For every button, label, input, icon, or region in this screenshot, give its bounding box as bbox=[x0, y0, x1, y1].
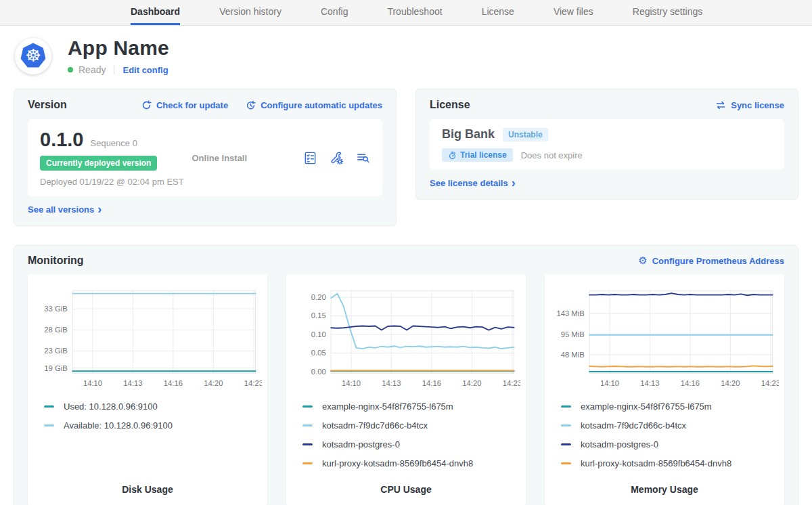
license-box: Big Bank Unstable Trial license Does not… bbox=[430, 119, 784, 170]
divider bbox=[114, 65, 114, 74]
chevron-right-icon: › bbox=[97, 204, 102, 214]
sync-license-link[interactable]: Sync license bbox=[715, 100, 784, 110]
memory-usage-legend: example-nginx-54f8f76755-l675mkotsadm-7f… bbox=[550, 397, 779, 468]
monitoring-title: Monitoring bbox=[28, 255, 84, 267]
app-logo: ☸ bbox=[15, 38, 51, 74]
expiry-text: Does not expire bbox=[521, 150, 583, 160]
chevron-right-icon: › bbox=[512, 178, 516, 188]
tab-license[interactable]: License bbox=[482, 0, 514, 25]
svg-text:14:10: 14:10 bbox=[342, 379, 361, 387]
version-card-title: Version bbox=[28, 99, 67, 111]
legend-dash-icon bbox=[44, 424, 54, 426]
cpu-usage-legend: example-nginx-54f8f76755-l675mkotsadm-7f… bbox=[292, 397, 520, 468]
legend-label: kurl-proxy-kotsadm-8569fb6454-dnvh8 bbox=[322, 458, 473, 468]
svg-text:0.05: 0.05 bbox=[311, 349, 326, 357]
tab-view-files[interactable]: View files bbox=[554, 0, 593, 25]
memory-usage-title: Memory Usage bbox=[550, 484, 779, 496]
svg-text:14:23: 14:23 bbox=[503, 379, 520, 387]
legend-item: kotsadm-7f9dc7d66c-b4tcx bbox=[561, 420, 768, 431]
cards-row: Version Check for update Configure autom… bbox=[0, 89, 812, 226]
charts-grid: 19 GiB23 GiB28 GiB33 GiB14:1014:1314:161… bbox=[28, 274, 784, 505]
svg-text:14:13: 14:13 bbox=[382, 379, 401, 387]
legend-label: kotsadm-postgres-0 bbox=[322, 439, 400, 449]
status-label: Ready bbox=[78, 64, 106, 75]
disk-usage-card: 19 GiB23 GiB28 GiB33 GiB14:1014:1314:161… bbox=[28, 274, 267, 505]
svg-text:14:16: 14:16 bbox=[164, 379, 183, 387]
legend-label: Used: 10.128.0.96:9100 bbox=[64, 401, 158, 412]
legend-item: Available: 10.128.0.96:9100 bbox=[44, 420, 251, 431]
svg-text:0.15: 0.15 bbox=[311, 311, 326, 320]
legend-item: Used: 10.128.0.96:9100 bbox=[44, 401, 251, 412]
svg-text:14:20: 14:20 bbox=[721, 379, 740, 387]
see-all-versions-link[interactable]: See all versions › bbox=[28, 204, 102, 215]
license-card: License Sync license Big Bank Unstable T… bbox=[415, 89, 798, 200]
legend-label: kotsadm-postgres-0 bbox=[581, 439, 658, 449]
legend-item: example-nginx-54f8f76755-l675m bbox=[561, 401, 768, 412]
disk-usage-title: Disk Usage bbox=[33, 484, 262, 496]
svg-text:14:13: 14:13 bbox=[640, 379, 659, 387]
edit-config-link[interactable]: Edit config bbox=[122, 65, 168, 75]
legend-dash-icon bbox=[302, 424, 313, 426]
legend-label: example-nginx-54f8f76755-l675m bbox=[581, 401, 712, 412]
svg-text:19 GiB: 19 GiB bbox=[44, 364, 67, 372]
channel-badge: Unstable bbox=[503, 128, 548, 141]
legend-item: kotsadm-postgres-0 bbox=[302, 439, 510, 449]
disk-usage-legend: Used: 10.128.0.96:9100Available: 10.128.… bbox=[33, 397, 262, 431]
legend-dash-icon bbox=[561, 405, 571, 408]
svg-text:0.00: 0.00 bbox=[311, 368, 326, 376]
tab-dashboard[interactable]: Dashboard bbox=[131, 0, 180, 25]
deployed-timestamp: Deployed 01/19/22 @ 02:04 pm EST bbox=[40, 177, 191, 187]
see-license-details-link[interactable]: See license details › bbox=[430, 178, 516, 188]
legend-dash-icon bbox=[302, 405, 313, 408]
clock-refresh-icon bbox=[246, 100, 256, 110]
deploy-logs-icon[interactable] bbox=[356, 151, 370, 165]
svg-text:95 MiB: 95 MiB bbox=[561, 330, 585, 338]
cpu-usage-card: 0.000.050.100.150.2014:1014:1314:1614:20… bbox=[286, 274, 526, 505]
current-version-box: 0.1.0 Sequence 0 Currently deployed vers… bbox=[28, 119, 382, 196]
legend-label: kotsadm-7f9dc7d66c-b4tcx bbox=[322, 420, 428, 431]
legend-dash-icon bbox=[561, 443, 571, 445]
app-header: ☸ App Name Ready Edit config bbox=[0, 26, 812, 89]
version-number: 0.1.0 bbox=[40, 129, 84, 151]
legend-item: kotsadm-7f9dc7d66c-b4tcx bbox=[302, 420, 510, 431]
disk-usage-chart: 19 GiB23 GiB28 GiB33 GiB14:1014:1314:161… bbox=[33, 282, 262, 397]
sync-arrows-icon bbox=[715, 101, 726, 110]
tab-troubleshoot[interactable]: Troubleshoot bbox=[387, 0, 442, 25]
svg-text:14:23: 14:23 bbox=[761, 379, 779, 387]
legend-label: kotsadm-7f9dc7d66c-b4tcx bbox=[581, 420, 686, 431]
tab-version-history[interactable]: Version history bbox=[219, 0, 281, 25]
svg-text:14:13: 14:13 bbox=[123, 379, 142, 387]
legend-item: kurl-proxy-kotsadm-8569fb6454-dnvh8 bbox=[561, 458, 768, 468]
memory-usage-card: 48 MiB95 MiB143 MiB14:1014:1314:1614:201… bbox=[545, 274, 784, 505]
install-type-label: Online Install bbox=[191, 153, 303, 163]
svg-text:48 MiB: 48 MiB bbox=[561, 351, 585, 359]
legend-label: example-nginx-54f8f76755-l675m bbox=[322, 401, 453, 412]
configure-automatic-updates-link[interactable]: Configure automatic updates bbox=[246, 100, 382, 110]
tab-config[interactable]: Config bbox=[321, 0, 348, 25]
cpu-usage-title: CPU Usage bbox=[292, 484, 520, 496]
status-dot-icon bbox=[68, 67, 73, 72]
legend-label: Available: 10.128.0.96:9100 bbox=[64, 420, 173, 431]
stopwatch-icon bbox=[448, 151, 457, 160]
config-wrench-icon[interactable] bbox=[330, 151, 344, 165]
refresh-icon bbox=[141, 100, 152, 110]
legend-item: kurl-proxy-kotsadm-8569fb6454-dnvh8 bbox=[302, 458, 510, 468]
svg-text:14:10: 14:10 bbox=[83, 379, 102, 387]
svg-text:14:23: 14:23 bbox=[244, 379, 262, 387]
legend-item: kotsadm-postgres-0 bbox=[561, 439, 768, 449]
kubernetes-icon: ☸ bbox=[19, 42, 47, 70]
legend-dash-icon bbox=[561, 462, 571, 464]
legend-label: kurl-proxy-kotsadm-8569fb6454-dnvh8 bbox=[581, 458, 731, 468]
svg-text:23 GiB: 23 GiB bbox=[44, 347, 67, 355]
preflight-checks-icon[interactable] bbox=[303, 151, 317, 165]
tab-registry-settings[interactable]: Registry settings bbox=[633, 0, 702, 25]
top-nav: DashboardVersion historyConfigTroublesho… bbox=[0, 0, 812, 26]
customer-name: Big Bank bbox=[442, 127, 495, 141]
configure-prometheus-link[interactable]: ⚙ Configure Prometheus Address bbox=[638, 256, 784, 266]
legend-dash-icon bbox=[44, 405, 54, 408]
legend-dash-icon bbox=[302, 462, 313, 464]
cpu-usage-chart: 0.000.050.100.150.2014:1014:1314:1614:20… bbox=[292, 282, 520, 397]
legend-dash-icon bbox=[302, 443, 313, 445]
monitoring-section: Monitoring ⚙ Configure Prometheus Addres… bbox=[14, 245, 798, 505]
check-for-update-link[interactable]: Check for update bbox=[141, 100, 228, 110]
